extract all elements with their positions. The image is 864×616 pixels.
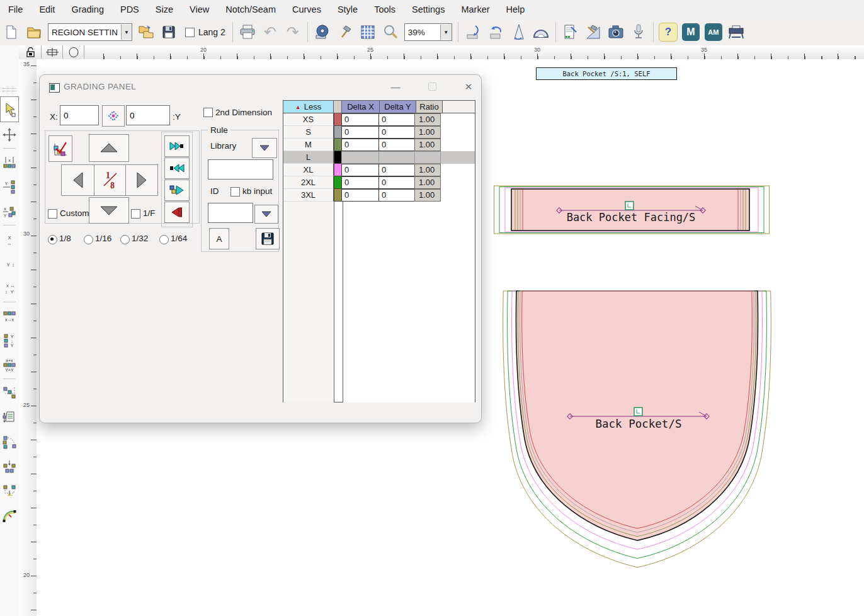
ratio-cell[interactable]: 1.00 — [414, 113, 441, 126]
menu-tools[interactable]: Tools — [366, 0, 404, 19]
second-dimension-checkbox[interactable] — [203, 108, 213, 117]
vertical-ruler-icon[interactable] — [507, 21, 530, 43]
ratio-cell[interactable]: 1.00 — [414, 126, 441, 139]
fraction-radio-1-64[interactable] — [159, 235, 169, 244]
delta-y-cell[interactable]: 0 — [378, 113, 415, 126]
auto-marker-button[interactable]: AM — [702, 21, 725, 43]
notes-icon[interactable] — [559, 21, 582, 43]
chevron-down-icon[interactable]: ▼ — [121, 25, 132, 40]
piece-back-pocket-facing[interactable]: Back Pocket Facing/S — [491, 185, 773, 236]
close-button[interactable]: ✕ — [457, 78, 480, 95]
zoom-level-combo[interactable]: 39% ▼ — [404, 23, 452, 41]
ratio-header[interactable]: Ratio — [416, 101, 443, 113]
y-input[interactable] — [126, 105, 170, 125]
ratio-cell[interactable]: 1.00 — [414, 176, 441, 189]
menu-view[interactable]: View — [181, 0, 217, 19]
custom-checkbox[interactable] — [48, 209, 57, 219]
rule-a-button[interactable]: A — [209, 228, 229, 249]
rule-name-input[interactable] — [208, 159, 273, 180]
move-x-tool-button[interactable]: X↔ — [1, 227, 18, 251]
plotter-icon[interactable] — [725, 21, 747, 43]
delta-x-cell[interactable]: 0 — [341, 176, 379, 189]
delta-y-cell[interactable]: 0 — [378, 139, 415, 151]
table-row-2xl[interactable]: 2XL 0 0 1.00 — [283, 176, 475, 189]
menu-settings[interactable]: Settings — [404, 0, 453, 19]
minimize-button[interactable]: — — [384, 78, 407, 95]
align-points-tool-button[interactable] — [1, 380, 18, 405]
delta-x-cell[interactable]: 0 — [341, 189, 379, 202]
copy-xy-grade-button[interactable]: x+xY+Y — [1, 353, 18, 377]
toolbar-grip[interactable] — [3, 88, 16, 91]
maximize-button[interactable] — [420, 78, 444, 95]
piece-back-pocket[interactable]: Back Pocket/S — [501, 283, 778, 573]
ellipse-select-button[interactable] — [63, 45, 84, 59]
apply-delta-button[interactable] — [102, 105, 125, 127]
menu-notch-seam[interactable]: Notch/Seam — [217, 0, 284, 19]
undo-icon[interactable]: ↶ — [259, 21, 281, 43]
lang2-checkbox[interactable] — [185, 28, 195, 37]
delta-x-cell[interactable]: 0 — [341, 139, 379, 151]
delta-x-header[interactable]: Delta X — [342, 101, 380, 113]
merge-points-tool-button[interactable] — [1, 454, 18, 479]
menu-grading[interactable]: Grading — [63, 0, 112, 19]
x-input[interactable] — [60, 105, 99, 125]
grid-icon[interactable] — [356, 21, 379, 43]
zoom-magnifier-icon[interactable] — [379, 21, 402, 43]
spread-points-tool-button[interactable] — [1, 479, 18, 503]
grade-reference-marker[interactable] — [634, 408, 642, 416]
menu-curves[interactable]: Curves — [284, 0, 329, 19]
delta-y-cell[interactable]: 0 — [378, 189, 415, 202]
go-last-size-button[interactable] — [164, 135, 190, 157]
protractor-icon[interactable] — [530, 21, 552, 43]
move-y-tool-button[interactable]: Y↕ — [1, 251, 18, 276]
rotate-piece-icon[interactable] — [462, 21, 484, 43]
library-dropdown-button[interactable] — [252, 138, 277, 158]
chevron-down-icon[interactable]: ▼ — [440, 25, 452, 40]
camera-icon[interactable] — [605, 21, 627, 43]
fraction-radio-1-16[interactable] — [84, 235, 93, 244]
ratio-cell[interactable]: 1.00 — [414, 189, 441, 202]
redo-icon[interactable]: ↷ — [281, 21, 304, 43]
show-grading-button[interactable] — [48, 135, 72, 162]
fraction-radio-1-8[interactable] — [48, 235, 57, 244]
frame-select-button[interactable] — [42, 45, 63, 59]
next-point-right-button[interactable] — [125, 164, 158, 196]
measure-tape-icon[interactable] — [311, 21, 334, 43]
grading-panel-dialog[interactable]: GRADING PANEL — ✕ X: :Y 2nd Dimension 18… — [39, 74, 482, 423]
save-rule-button[interactable] — [256, 228, 280, 249]
fraction-radio-1-32[interactable] — [120, 235, 130, 244]
kb-input-checkbox[interactable] — [230, 187, 240, 197]
grade-y-tool-button[interactable]: Y — [1, 174, 18, 199]
prev-point-up-button[interactable] — [89, 134, 129, 162]
table-row-m[interactable]: M 0 0 1.00 — [283, 139, 475, 151]
copy-to-next-size-button[interactable] — [164, 180, 190, 201]
microphone-icon[interactable] — [627, 21, 650, 43]
delta-y-cell[interactable]: 0 — [378, 164, 415, 176]
copy-folders-icon[interactable] — [135, 21, 157, 43]
menu-style[interactable]: Style — [329, 0, 366, 19]
ratio-cell[interactable]: 1.00 — [414, 139, 441, 151]
menu-file[interactable]: File — [0, 0, 31, 19]
marker-button[interactable]: M — [679, 21, 702, 43]
tools-setsquare-icon[interactable] — [582, 21, 605, 43]
new-document-icon[interactable] — [0, 21, 23, 43]
one-f-checkbox[interactable] — [131, 209, 140, 219]
delta-x-cell[interactable]: 0 — [341, 113, 379, 126]
table-row-l-selected[interactable]: L — [283, 151, 475, 164]
grade-xy-tool-button[interactable]: xY — [1, 199, 18, 224]
delta-x-cell[interactable]: 0 — [341, 164, 379, 176]
move-tool-button[interactable] — [1, 122, 18, 147]
table-row-s[interactable]: S 0 0 1.00 — [283, 126, 475, 139]
id-dropdown-button[interactable] — [254, 205, 278, 224]
copy-y-grade-button[interactable]: Y↓Y — [1, 328, 18, 353]
lock-button[interactable] — [20, 45, 42, 59]
table-row-3xl[interactable]: 3XL 0 0 1.00 — [283, 189, 475, 202]
ratio-cell[interactable] — [414, 151, 441, 164]
delta-y-cell[interactable] — [378, 151, 415, 164]
delta-x-cell[interactable] — [341, 151, 379, 164]
copy-x-grade-button[interactable]: x→x — [1, 304, 18, 328]
menu-pds[interactable]: PDS — [112, 0, 147, 19]
menu-marker[interactable]: Marker — [453, 0, 497, 19]
rotate-back-icon[interactable] — [484, 21, 507, 43]
menu-help[interactable]: Help — [498, 0, 533, 19]
